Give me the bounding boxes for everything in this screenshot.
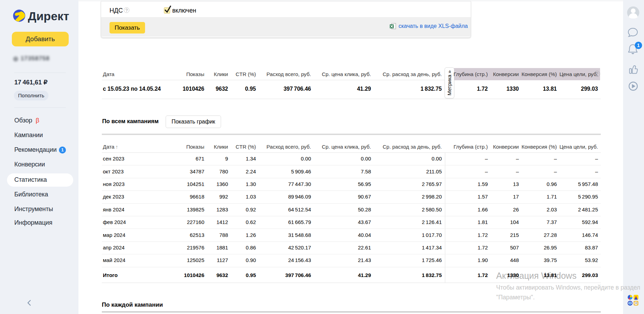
svg-text:1: 1 xyxy=(637,43,640,48)
svg-text:16: 16 xyxy=(635,302,637,304)
